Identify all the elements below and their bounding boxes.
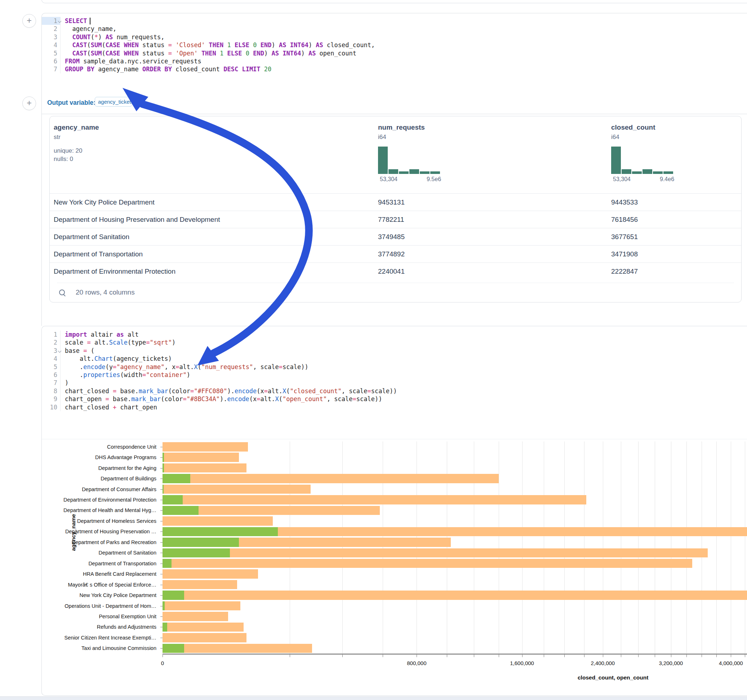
x-axis-tick	[702, 655, 702, 657]
code-line[interactable]: 10chart_closed + chart_open	[42, 403, 747, 411]
y-axis-tick	[160, 606, 163, 606]
table-cell: 3749485	[378, 228, 405, 246]
y-axis-label: Department of Environmental Protection	[42, 497, 156, 503]
histogram-min-label: 53,304	[613, 176, 631, 183]
table-cell: New York City Police Department	[54, 194, 154, 211]
line-number: 10	[42, 403, 60, 411]
gridline	[447, 442, 447, 653]
gridline	[499, 442, 499, 653]
histogram-bin	[420, 171, 429, 174]
bar-closed-count	[163, 580, 237, 590]
bar-closed-count	[163, 591, 747, 600]
y-axis-tick	[160, 542, 163, 543]
code-line[interactable]: 1import altair as alt	[42, 330, 747, 338]
gridline	[564, 442, 565, 653]
y-axis-tick	[160, 489, 163, 490]
x-axis-tick	[621, 655, 621, 657]
y-axis-tick	[160, 521, 163, 521]
code-line[interactable]: 4 alt.Chart(agency_tickets)	[42, 355, 747, 363]
histogram-bin	[632, 171, 642, 174]
y-axis-tick	[160, 553, 163, 553]
y-axis-label: HRA Benefit Card Replacement	[42, 571, 156, 577]
sql-code-editor[interactable]: 1SELECT2 agency_name,3 COUNT(*) AS num_r…	[42, 13, 747, 74]
y-axis-tick	[160, 510, 163, 511]
code-line[interactable]: 9chart_open = base.mark_bar(color="#8BC3…	[42, 395, 747, 403]
bar-open-count	[163, 506, 198, 515]
add-cell-button-2[interactable]: +	[22, 97, 36, 110]
y-axis-tick	[160, 617, 163, 617]
x-axis-tick	[603, 655, 603, 657]
line-number: 3	[42, 33, 60, 41]
code-line[interactable]: 5 .encode(y="agency_name", x=alt.X("num_…	[42, 363, 747, 371]
table-cell: 7782211	[378, 211, 404, 228]
column-header[interactable]: agency_name	[54, 124, 99, 131]
histogram-bin	[430, 171, 440, 174]
line-number: 7	[42, 379, 60, 387]
x-axis-tick-label: 800,000	[407, 660, 426, 666]
y-axis-label: New York City Police Department	[42, 592, 156, 598]
line-number: 2	[42, 25, 60, 33]
bar-open-count	[163, 623, 167, 632]
code-line[interactable]: 5 CAST(SUM(CASE WHEN status = 'Open' THE…	[42, 49, 747, 57]
column-header[interactable]: num_requests	[378, 124, 425, 131]
bar-closed-count	[163, 633, 246, 643]
line-number: 8	[42, 387, 60, 395]
table-cell: 9453131	[378, 194, 405, 211]
sql-cell[interactable]: 1SELECT2 agency_name,3 COUNT(*) AS num_r…	[41, 13, 747, 93]
x-axis-tick	[447, 655, 447, 657]
code-line[interactable]: 8chart_closed = base.mark_bar(color="#FF…	[42, 387, 747, 395]
code-line[interactable]: 6 .properties(width="container")	[42, 371, 747, 379]
column-stat: unique: 20	[54, 146, 82, 155]
bar-open-count	[163, 644, 184, 653]
output-variable-pill[interactable]: agency_tickets	[95, 97, 132, 107]
y-axis-label: Personal Exemption Unit	[42, 614, 156, 619]
code-line[interactable]: 4 CAST(SUM(CASE WHEN status = 'Closed' T…	[42, 41, 747, 49]
previous-cell-bottom	[41, 0, 747, 3]
search-icon[interactable]	[59, 289, 66, 296]
code-line[interactable]: 2 agency_name,	[42, 25, 747, 33]
add-cell-button[interactable]: +	[22, 14, 36, 28]
code-line[interactable]: 1SELECT	[42, 17, 747, 25]
python-code-editor[interactable]: 1import altair as alt2scale = alt.Scale(…	[42, 326, 747, 411]
bar-closed-count	[163, 516, 273, 526]
table-row[interactable]: Department of Environmental Protection22…	[50, 262, 741, 280]
gridline	[417, 442, 417, 653]
y-axis-label: Department of Homeless Services	[42, 518, 156, 524]
y-axis-tick	[160, 648, 163, 649]
gridline	[342, 442, 343, 653]
column-type: i64	[378, 134, 386, 141]
x-axis-tick	[564, 655, 565, 657]
x-axis-tick	[731, 655, 731, 657]
histogram-max-label: 9.5e6	[426, 176, 441, 183]
gridline	[702, 442, 702, 653]
x-axis-tick	[499, 655, 499, 657]
gridline	[621, 442, 621, 653]
x-axis-tick	[687, 655, 687, 657]
code-line[interactable]: 7GROUP BY agency_name ORDER BY closed_co…	[42, 65, 747, 73]
code-line[interactable]: 2scale = alt.Scale(type="sqrt")	[42, 338, 747, 346]
bar-open-count	[163, 463, 164, 473]
bar-open-count	[163, 474, 190, 483]
gridline	[603, 442, 603, 653]
code-line[interactable]: 3base = (	[42, 347, 747, 355]
gridline	[383, 442, 383, 653]
y-axis-label: Department of Transportation	[42, 561, 156, 566]
table-row[interactable]: New York City Police Department945313194…	[50, 193, 741, 211]
table-row[interactable]: Department of Sanitation37494853677651	[50, 228, 741, 246]
code-line[interactable]: 6FROM sample_data.nyc.service_requests	[42, 57, 747, 65]
code-line[interactable]: 7)	[42, 379, 747, 387]
table-row[interactable]: Department of Transportation377489234719…	[50, 245, 741, 263]
table-row[interactable]: Department of Housing Preservation and D…	[50, 211, 741, 228]
bar-closed-count	[163, 559, 692, 568]
bar-closed-count	[163, 474, 499, 483]
code-line[interactable]: 3 COUNT(*) AS num_requests,	[42, 33, 747, 41]
bar-closed-count	[163, 463, 246, 473]
python-cell[interactable]: 1import altair as alt2scale = alt.Scale(…	[41, 326, 747, 695]
gridline	[290, 442, 290, 653]
y-axis-label: Mayorâ€ s Office of Special Enforce…	[42, 582, 156, 588]
table-cell: Department of Sanitation	[54, 228, 129, 246]
y-axis-tick	[160, 585, 163, 585]
column-header[interactable]: closed_count	[611, 124, 655, 131]
x-axis-tick-label: 1,600,000	[510, 660, 534, 666]
bar-closed-count	[163, 569, 258, 579]
